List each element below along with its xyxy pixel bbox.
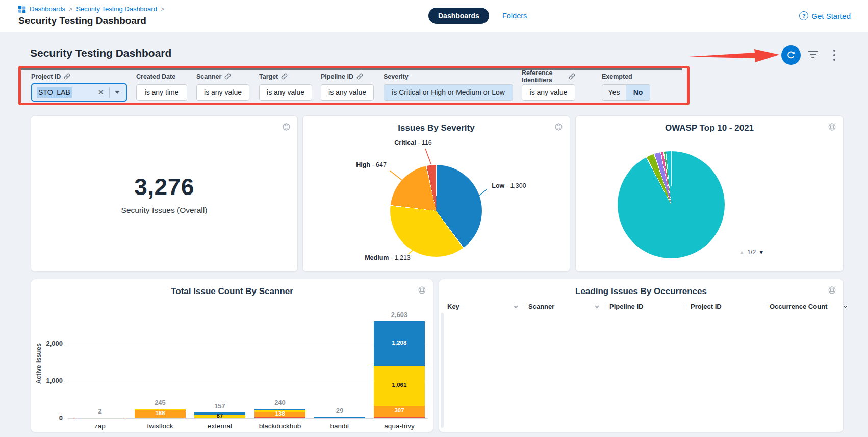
bar-total-value: 2,603 — [374, 311, 425, 319]
breadcrumb-link-current[interactable]: Security Testing Dashboard — [76, 5, 157, 13]
refresh-button[interactable] — [781, 45, 801, 65]
pie-label-medium: Medium - 1,213 — [365, 254, 411, 261]
leader-line-low — [479, 189, 487, 196]
page-title: Security Testing Dashboard — [18, 15, 146, 27]
bar-segment-value: 87 — [194, 412, 245, 419]
filter-label-severity: Severity — [384, 72, 513, 80]
dropdown-caret-icon[interactable] — [115, 91, 120, 94]
toggle-option-no[interactable]: No — [626, 85, 650, 100]
chart-title-owasp: OWASP Top 10 - 2021 — [576, 123, 843, 133]
tab-folders[interactable]: Folders — [502, 12, 527, 20]
filter-label-text: Pipeline ID — [321, 73, 353, 80]
link-icon — [64, 73, 70, 80]
bar-segment-value: 138 — [254, 410, 305, 417]
bar-segment-zap[interactable] — [74, 418, 125, 418]
table-header-row: KeyScannerPipeline IDProject IDOccurrenc… — [447, 301, 852, 312]
filter-value-pipeline-id[interactable]: is any value — [321, 84, 374, 101]
link-icon — [569, 73, 575, 80]
x-category-label: blackduckhub — [249, 422, 311, 430]
bar-plot-area: 01,0002,0002zap188245twistlock87157exter… — [31, 279, 433, 432]
filter-label-text: Project ID — [31, 73, 61, 80]
bar-segment-value: 1,061 — [374, 382, 425, 388]
bar-segment-aqua-trivy[interactable] — [374, 417, 425, 418]
tab-dashboards[interactable]: Dashboards — [428, 8, 489, 24]
bar-total-value: 245 — [135, 399, 186, 406]
filter-label-text: Scanner — [196, 73, 221, 80]
filter-label-reference-identifiers: Reference Identifiers — [522, 72, 575, 80]
more-options-menu[interactable] — [830, 50, 838, 61]
bar-total-value: 29 — [314, 407, 365, 415]
x-category-label: external — [189, 422, 250, 430]
table-scrollbar[interactable] — [441, 313, 444, 428]
page-down-icon[interactable]: ▼ — [758, 249, 764, 255]
filter-value-project-id-combobox[interactable]: STO_LAB✕ — [31, 83, 127, 102]
clear-icon[interactable]: ✕ — [94, 88, 107, 97]
filter-value-severity[interactable]: is Critical or High or Medium or Low — [384, 84, 513, 101]
x-axis-line — [68, 418, 428, 419]
filter-label-created-date: Created Date — [136, 72, 187, 80]
owasp-pie-chart[interactable] — [618, 151, 725, 258]
overall-count-label: Security Issues (Overall) — [31, 206, 297, 215]
toggle-option-yes[interactable]: Yes — [602, 85, 626, 100]
column-divider — [604, 303, 604, 310]
column-header-scanner[interactable]: Scanner — [528, 303, 604, 310]
bar-segment-value: 1,208 — [374, 339, 425, 346]
get-started-link[interactable]: ? Get Started — [799, 11, 851, 20]
severity-pie-chart[interactable] — [390, 165, 482, 257]
column-divider — [685, 303, 685, 310]
pie-label-critical: Critical - 116 — [394, 139, 431, 147]
help-icon: ? — [799, 11, 808, 20]
breadcrumb-link-dashboards[interactable]: Dashboards — [30, 5, 65, 13]
filter-value-scanner[interactable]: is any value — [196, 84, 249, 101]
refresh-icon — [786, 50, 796, 60]
globe-icon — [282, 123, 291, 133]
y-tick-label: 2,000 — [38, 339, 63, 347]
column-header-occurrence-count[interactable]: Occurrence Count — [770, 303, 852, 310]
filter-label-exempted: Exempted — [602, 72, 650, 80]
view-tabs: Dashboards Folders — [428, 8, 527, 24]
bar-segment-bandit[interactable] — [314, 417, 365, 418]
pie-pagination: ▲ 1/2 ▼ — [739, 249, 764, 256]
filter-label-scanner: Scanner — [196, 72, 249, 80]
link-icon — [356, 73, 363, 80]
dashboard-title: Security Testing Dashboard — [30, 47, 171, 59]
filter-value-reference-identifiers[interactable]: is any value — [522, 84, 575, 101]
filter-created-date: Created Dateis any time — [136, 72, 187, 101]
pie-label-low: Low - 1,300 — [492, 182, 526, 189]
filter-value-created-date[interactable]: is any time — [136, 84, 187, 101]
filter-label-text: Target — [259, 73, 278, 80]
filter-target: Targetis any value — [259, 72, 312, 101]
x-category-label: zap — [69, 422, 131, 430]
page-up-icon: ▲ — [739, 249, 745, 255]
dashboard-filters-icon[interactable] — [808, 51, 818, 60]
bar-segment-blackduckhub[interactable] — [254, 417, 305, 418]
filter-value-exempted-toggle: YesNo — [602, 84, 650, 101]
filter-label-text: Severity — [384, 73, 409, 80]
filter-input-value: STO_LAB — [37, 87, 72, 98]
tile-security-issues-overall: 3,276 Security Issues (Overall) — [31, 115, 298, 272]
filter-severity: Severityis Critical or High or Medium or… — [384, 72, 513, 101]
column-header-label: Occurrence Count — [770, 303, 827, 310]
filter-project-id: Project IDSTO_LAB✕ — [31, 72, 127, 102]
column-header-project-id[interactable]: Project ID — [691, 303, 764, 310]
bar-segment-value: 188 — [135, 410, 186, 416]
column-header-label: Key — [447, 303, 459, 310]
filter-value-target[interactable]: is any value — [259, 84, 312, 101]
overall-count-value: 3,276 — [31, 173, 297, 201]
leader-line-critical — [425, 149, 431, 164]
annotation-arrow — [687, 48, 781, 64]
column-header-pipeline-id[interactable]: Pipeline ID — [609, 303, 685, 310]
bar-total-value: 2 — [74, 407, 125, 415]
filter-label-text: Created Date — [136, 73, 175, 80]
annotation-box-shadow — [21, 68, 682, 70]
breadcrumb-separator: > — [161, 6, 164, 13]
link-icon — [224, 73, 231, 80]
bar-segment-twistlock[interactable] — [135, 418, 186, 418]
x-category-label: twistlock — [130, 422, 191, 430]
tile-total-issue-count-by-scanner: Total Issue Count By Scanner Active Issu… — [31, 279, 433, 432]
chevron-down-icon — [513, 304, 519, 309]
chevron-down-icon — [843, 304, 848, 309]
column-header-key[interactable]: Key — [447, 303, 523, 310]
filter-exempted: ExemptedYesNo — [602, 72, 650, 101]
dashboards-grid-icon — [18, 5, 26, 13]
